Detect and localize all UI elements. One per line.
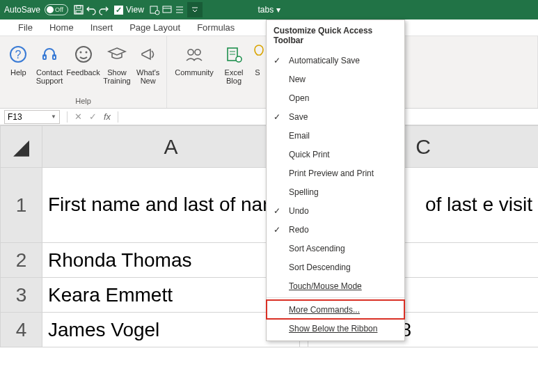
row-header-3[interactable]: 3 <box>1 278 42 313</box>
accept-formula-icon[interactable]: ✓ <box>89 111 97 122</box>
tab-pagelayout[interactable]: Page Layout <box>121 19 189 36</box>
tab-insert[interactable]: Insert <box>82 19 122 36</box>
save-icon[interactable] <box>72 3 85 16</box>
redo-icon[interactable] <box>97 3 110 16</box>
menu-item-save[interactable]: ✓Save <box>267 107 404 126</box>
menu-item-spelling[interactable]: Spelling <box>267 182 404 201</box>
fx-icon[interactable]: fx <box>104 111 111 122</box>
menu-item-print-preview-and-print[interactable]: Print Preview and Print <box>267 164 404 182</box>
menu-item-redo[interactable]: ✓Redo <box>267 220 404 239</box>
qat-icon-2[interactable] <box>161 3 173 16</box>
view-toggle[interactable]: ✓ View <box>114 5 144 15</box>
undo-icon[interactable] <box>85 3 97 16</box>
tab-formulas[interactable]: Formulas <box>189 19 243 36</box>
headset-icon <box>38 43 61 65</box>
help-button[interactable]: ? Help <box>4 39 33 85</box>
select-all-corner[interactable]: ◢ <box>1 126 42 168</box>
cancel-formula-icon[interactable]: ✕ <box>74 111 82 122</box>
tab-file[interactable]: File <box>10 19 41 36</box>
feedback-button[interactable]: Feedback <box>66 39 100 85</box>
svg-point-15 <box>76 47 91 62</box>
menu-show-below-ribbon[interactable]: Show Below the Ribbon <box>267 319 404 338</box>
name-box[interactable]: F13▼ <box>4 110 60 124</box>
svg-point-23 <box>236 56 242 62</box>
smiley-icon <box>72 43 95 65</box>
svg-text:?: ? <box>15 49 22 61</box>
blog-icon <box>223 43 245 65</box>
svg-point-18 <box>188 49 193 55</box>
svg-point-4 <box>155 10 159 15</box>
svg-point-19 <box>195 49 200 55</box>
community-icon <box>183 43 205 65</box>
menu-item-quick-print[interactable]: Quick Print <box>267 145 404 164</box>
group-label-help: Help <box>4 97 162 107</box>
whats-new-button[interactable]: What'sNew <box>134 39 162 85</box>
autosave-label: AutoSave <box>4 5 40 15</box>
suggest-feature-edge[interactable]: S <box>251 39 264 85</box>
svg-point-16 <box>79 52 81 54</box>
training-icon <box>106 43 128 65</box>
menu-item-sort-ascending[interactable]: Sort Ascending <box>267 239 404 258</box>
megaphone-icon <box>137 43 159 65</box>
qat-icon-1[interactable] <box>148 3 161 16</box>
menu-item-sort-descending[interactable]: Sort Descending <box>267 258 404 276</box>
svg-rect-13 <box>43 55 46 59</box>
row-header-4[interactable]: 4 <box>1 313 42 347</box>
cell-a3[interactable]: Keara Emmett <box>42 278 300 313</box>
help-icon: ? <box>7 43 29 65</box>
tab-home[interactable]: Home <box>41 19 82 36</box>
titlebar: AutoSave Off ✓ View tabs ▾ <box>0 0 538 19</box>
col-header-a[interactable]: A <box>42 126 300 168</box>
menu-item-open[interactable]: Open <box>267 88 404 107</box>
customize-qat-dropdown[interactable] <box>187 2 203 17</box>
show-training-button[interactable]: ShowTraining <box>103 39 132 85</box>
menu-more-commands[interactable]: More Commands... <box>267 300 404 319</box>
menu-item-undo[interactable]: ✓Undo <box>267 201 404 220</box>
menu-item-email[interactable]: Email <box>267 126 404 145</box>
autosave-toggle[interactable]: Off <box>45 4 68 15</box>
menu-item-automatically-save[interactable]: ✓Automatically Save <box>267 51 404 70</box>
cell-a2[interactable]: Rhonda Thomas <box>42 243 300 278</box>
svg-point-17 <box>85 52 87 54</box>
cell-a1[interactable]: First name and last of name <box>42 168 300 243</box>
row-header-1[interactable]: 1 <box>1 168 42 243</box>
document-title: tabs ▾ <box>258 5 280 15</box>
qat-icon-3[interactable] <box>173 3 186 16</box>
menu-title: Customize Quick Access Toolbar <box>267 20 404 51</box>
cell-a4[interactable]: James Vogel <box>42 313 300 347</box>
svg-rect-5 <box>163 6 171 13</box>
svg-rect-2 <box>76 10 81 13</box>
row-header-2[interactable]: 2 <box>1 243 42 278</box>
customize-qat-menu: Customize Quick Access Toolbar ✓Automati… <box>266 19 405 341</box>
community-button[interactable]: Community <box>171 39 217 85</box>
menu-item-touch-mouse-mode[interactable]: Touch/Mouse Mode <box>267 276 404 295</box>
contact-support-button[interactable]: ContactSupport <box>35 39 64 85</box>
svg-rect-14 <box>53 55 56 59</box>
excel-blog-button[interactable]: ExcelBlog <box>220 39 248 85</box>
menu-item-new[interactable]: New <box>267 70 404 88</box>
